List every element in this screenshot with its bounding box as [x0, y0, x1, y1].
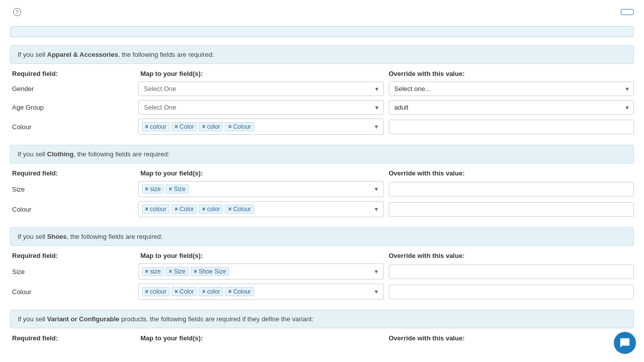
- remove-tag-icon[interactable]: ×: [145, 268, 148, 275]
- col-map: Map to your field(s):: [140, 169, 384, 177]
- chevron-down-icon: ▼: [374, 289, 379, 295]
- table-row: Colour×colour×Color×color×Colour▼: [10, 284, 634, 300]
- section-header-clothing: If you sell Clothing, the following fiel…: [10, 145, 634, 163]
- table-row: Size×size×Size×Shoe Size▼: [10, 263, 634, 280]
- tag-label: color: [207, 123, 220, 130]
- tag-label: Colour: [233, 206, 251, 213]
- list-item: ×Size: [166, 267, 188, 276]
- remove-tag-icon[interactable]: ×: [145, 124, 148, 130]
- chat-bubble[interactable]: [614, 332, 636, 354]
- page-header: ?: [10, 8, 634, 16]
- map-select[interactable]: Select One: [138, 81, 384, 96]
- list-item: ×Colour: [225, 122, 254, 131]
- list-item: ×color: [199, 287, 223, 296]
- tag-label: size: [150, 186, 160, 193]
- col-map: Map to your field(s):: [140, 334, 384, 342]
- override-input[interactable]: [389, 182, 634, 197]
- tag-label: colour: [150, 288, 167, 295]
- tag-label: Color: [180, 288, 194, 295]
- override-input[interactable]: [389, 264, 634, 279]
- tag-label: colour: [150, 123, 167, 130]
- override-wrapper: [389, 182, 634, 197]
- remove-tag-icon[interactable]: ×: [145, 206, 148, 212]
- chevron-down-icon: ▼: [374, 186, 379, 192]
- table-row: GenderSelect One▼Select one...MaleFemale…: [10, 81, 634, 96]
- field-label: Colour: [10, 288, 133, 296]
- map-select-wrapper: Select One▼: [138, 100, 384, 115]
- override-input[interactable]: [389, 120, 634, 134]
- col-required: Required field:: [12, 334, 135, 342]
- field-label: Age Group: [10, 104, 133, 111]
- col-override: Override with this value:: [389, 169, 632, 177]
- list-item: ×Color: [172, 122, 197, 131]
- list-item: ×size: [142, 185, 164, 194]
- override-input[interactable]: [389, 202, 634, 217]
- field-label: Gender: [10, 85, 133, 93]
- col-override: Override with this value:: [389, 334, 632, 342]
- remove-tag-icon[interactable]: ×: [175, 206, 178, 212]
- map-select[interactable]: Select One: [138, 100, 384, 115]
- remove-tag-icon[interactable]: ×: [202, 289, 205, 295]
- remove-tag-icon[interactable]: ×: [228, 206, 231, 212]
- col-map: Map to your field(s):: [140, 252, 384, 259]
- remove-tag-icon[interactable]: ×: [228, 124, 231, 130]
- chevron-down-icon: ▼: [374, 206, 379, 212]
- table-row: Colour×colour×Color×color×Colour▼: [10, 119, 634, 135]
- override-select[interactable]: Select one...adultkids: [389, 100, 634, 115]
- override-input[interactable]: [389, 285, 634, 299]
- section-header-variant: If you sell Variant or Configurable prod…: [10, 310, 634, 328]
- field-label: Size: [10, 268, 133, 276]
- tag-label: size: [150, 268, 160, 275]
- page-tour-button[interactable]: [621, 9, 634, 15]
- fields-header: Required field: Map to your field(s): Ov…: [10, 252, 634, 259]
- remove-tag-icon[interactable]: ×: [145, 186, 148, 192]
- list-item: ×Size: [166, 185, 188, 194]
- tag-label: Colour: [233, 123, 251, 130]
- list-item: ×Color: [172, 287, 197, 296]
- field-label: Size: [10, 186, 133, 193]
- field-label: Colour: [10, 206, 133, 213]
- tags-field[interactable]: ×colour×Color×color×Colour▼: [138, 284, 384, 300]
- remove-tag-icon[interactable]: ×: [169, 268, 172, 275]
- list-item: ×color: [199, 205, 223, 214]
- remove-tag-icon[interactable]: ×: [175, 289, 178, 295]
- tags-field[interactable]: ×size×Size×Shoe Size▼: [138, 263, 384, 280]
- override-wrapper: [389, 202, 634, 217]
- remove-tag-icon[interactable]: ×: [169, 186, 172, 192]
- chevron-down-icon: ▼: [374, 268, 379, 275]
- tag-label: colour: [150, 206, 167, 213]
- section-header-apparel: If you sell Apparel & Accessories, the f…: [10, 45, 634, 64]
- fields-header: Required field: Map to your field(s): Ov…: [10, 334, 634, 342]
- table-row: Size×size×Size▼: [10, 181, 634, 197]
- remove-tag-icon[interactable]: ×: [175, 124, 178, 130]
- tag-label: Size: [174, 268, 185, 275]
- section-variant: If you sell Variant or Configurable prod…: [10, 310, 634, 342]
- override-wrapper: [389, 285, 634, 299]
- col-required: Required field:: [12, 252, 135, 259]
- override-wrapper: [389, 120, 634, 134]
- chevron-down-icon: ▼: [374, 124, 379, 130]
- help-icon[interactable]: ?: [13, 8, 21, 16]
- tag-label: Shoe Size: [199, 268, 226, 275]
- remove-tag-icon[interactable]: ×: [228, 289, 231, 295]
- tag-label: color: [207, 288, 220, 295]
- override-wrapper: Select one...MaleFemaleUnisex▼: [389, 81, 634, 96]
- list-item: ×size: [142, 267, 164, 276]
- col-override: Override with this value:: [389, 70, 632, 77]
- tags-field[interactable]: ×colour×Color×color×Colour▼: [138, 119, 384, 135]
- list-item: ×Shoe Size: [191, 267, 229, 276]
- table-row: Colour×colour×Color×color×Colour▼: [10, 201, 634, 217]
- list-item: ×Colour: [225, 205, 254, 214]
- remove-tag-icon[interactable]: ×: [202, 206, 205, 212]
- tag-label: Color: [180, 123, 194, 130]
- list-item: ×colour: [142, 287, 170, 296]
- list-item: ×colour: [142, 205, 170, 214]
- tag-label: Colour: [233, 288, 251, 295]
- remove-tag-icon[interactable]: ×: [145, 289, 148, 295]
- tags-field[interactable]: ×colour×Color×color×Colour▼: [138, 201, 384, 217]
- tags-field[interactable]: ×size×Size▼: [138, 181, 384, 197]
- remove-tag-icon[interactable]: ×: [202, 124, 205, 130]
- override-select[interactable]: Select one...MaleFemaleUnisex: [389, 81, 634, 96]
- remove-tag-icon[interactable]: ×: [194, 268, 197, 275]
- list-item: ×Colour: [225, 287, 254, 296]
